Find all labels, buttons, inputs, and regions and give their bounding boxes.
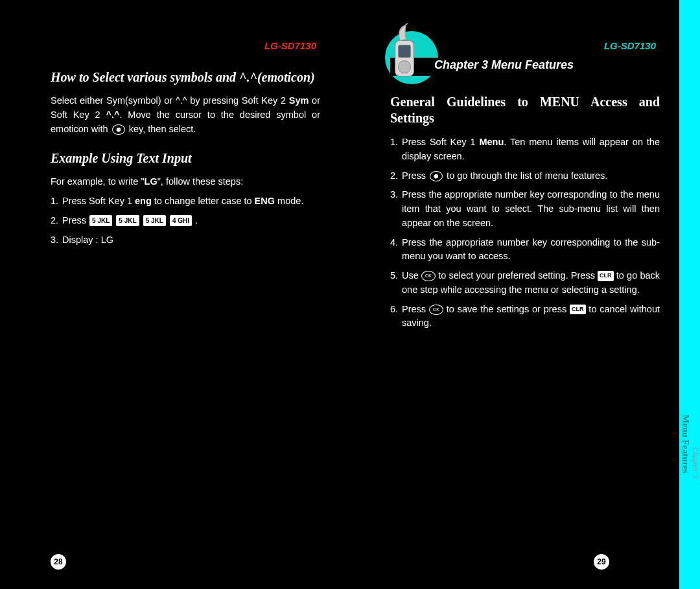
page-number-left: 28 <box>51 554 66 570</box>
nav-key-icon <box>112 124 125 135</box>
key-5-icon: 5 JKL <box>89 215 112 226</box>
list-item: 3. Press the appropriate number key corr… <box>390 188 660 230</box>
list-item: 1. Press Soft Key 1 eng to change letter… <box>51 194 320 209</box>
clr-key-icon: CLR <box>598 271 614 281</box>
text: Press Soft Key 1 <box>62 196 135 206</box>
text: . <box>195 215 198 225</box>
list-item: 1. Press Soft Key 1 Menu. Ten menu items… <box>390 135 660 164</box>
ok-key-icon: OK <box>429 305 443 315</box>
guidelines-list: 1. Press Soft Key 1 Menu. Ten menu items… <box>390 135 660 330</box>
text: Press the appropriate number key corresp… <box>402 188 660 230</box>
list-item: 4. Press the appropriate number key corr… <box>390 236 660 264</box>
page-left: LG-SD7130 How to Select various symbols … <box>0 0 340 589</box>
list-item: 3. Display : LG <box>51 233 320 248</box>
text: Press <box>402 304 429 314</box>
section-heading-guidelines: General Guidelines to MENU Access and Se… <box>390 94 660 126</box>
list-item: 5. Use OK to select your preferred setti… <box>390 269 660 297</box>
key-4-icon: 4 GHI <box>170 215 192 226</box>
page-number-right: 29 <box>594 554 609 570</box>
section-heading-symbols: How to Select various symbols and ^.^(em… <box>51 69 320 85</box>
svg-rect-1 <box>398 45 410 58</box>
bold-sym: Sym <box>289 95 309 106</box>
section-heading-example: Example Using Text Input <box>51 150 320 166</box>
device-model-left: LG-SD7130 <box>51 40 320 51</box>
list-item: 2. Press to go through the list of menu … <box>390 169 660 183</box>
ok-key-icon: OK <box>421 271 436 281</box>
list-item: 6. Press OK to save the settings or pres… <box>390 303 660 331</box>
tab-chapter-num: Chapter 3 <box>690 447 700 505</box>
text: Press the appropriate number key corresp… <box>402 236 660 264</box>
text: Press <box>62 215 89 225</box>
text: to save the settings or press <box>443 304 570 314</box>
text: to change letter case to <box>152 196 255 206</box>
bold-lg: LG <box>145 176 158 187</box>
bold-emoticon: ^.^ <box>106 110 119 120</box>
text: ", follow these steps: <box>158 176 244 187</box>
key-5-icon: 5 JKL <box>116 215 139 226</box>
bold-menu: Menu <box>479 137 504 147</box>
example-block: For example, to write "LG", follow these… <box>51 175 320 247</box>
bold-eng-upper: ENG <box>255 196 275 206</box>
chapter-tab-label: Chapter 3 Menu Features <box>680 415 700 505</box>
chapter-banner-text: Chapter 3 Menu Features <box>434 58 574 72</box>
nav-key-icon <box>430 171 443 181</box>
flip-phone-icon <box>389 23 420 86</box>
list-item: 2. Press 5 JKL 5 JKL 5 JKL 4 GHI . <box>51 214 320 228</box>
tab-chapter-title: Menu Features <box>680 415 690 505</box>
text: Display : LG <box>62 233 320 248</box>
svg-point-2 <box>398 61 410 73</box>
text: to select your preferred setting. Press <box>436 270 598 281</box>
svg-line-3 <box>406 23 409 25</box>
text: Press <box>402 170 428 181</box>
text: Use <box>402 270 421 281</box>
clr-key-icon: CLR <box>570 305 586 315</box>
paragraph-symbols: Select either Sym(symbol) or ^.^ by pres… <box>51 94 320 136</box>
text: key, then select. <box>126 124 196 134</box>
page-spread: LG-SD7130 How to Select various symbols … <box>0 0 700 589</box>
text: Press Soft Key 1 <box>402 137 479 147</box>
bold-eng-lower: eng <box>135 196 152 206</box>
text: For example, to write " <box>51 176 145 187</box>
text: mode. <box>275 196 303 206</box>
key-5-icon: 5 JKL <box>143 215 166 226</box>
text: Select either Sym(symbol) or ^.^ by pres… <box>51 95 289 106</box>
text: to go through the list of menu features. <box>444 170 607 181</box>
page-right: LG-SD7130 General Guidelines to MENU Acc… <box>340 0 679 589</box>
